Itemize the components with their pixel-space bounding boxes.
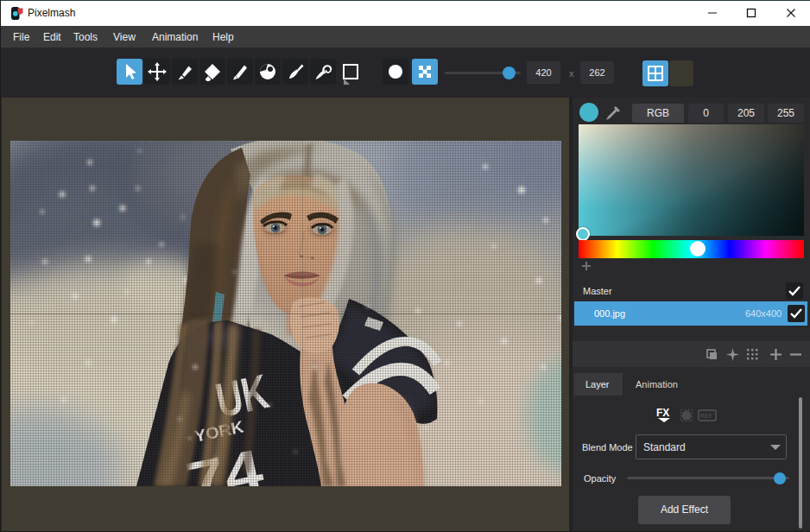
svg-text:FX: FX — [656, 407, 669, 419]
svg-text:REF: REF — [700, 413, 712, 419]
